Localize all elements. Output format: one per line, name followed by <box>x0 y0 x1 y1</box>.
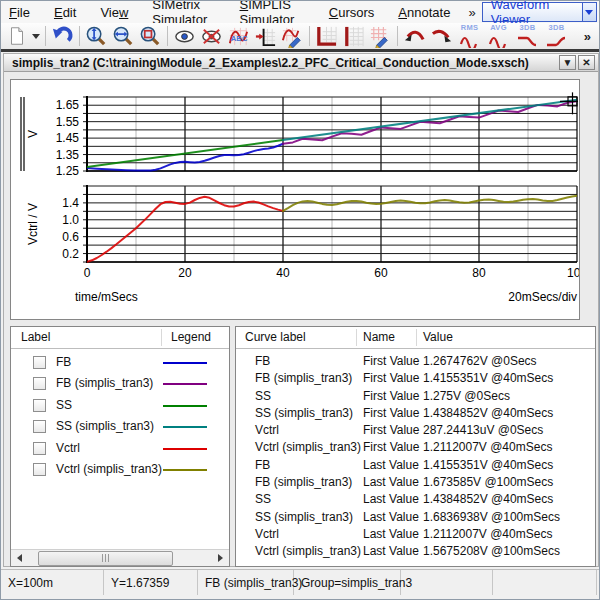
viewer-select[interactable]: Waveform Viewer <box>482 2 597 22</box>
curve-checkbox[interactable] <box>33 356 46 369</box>
svg-text:40: 40 <box>276 266 290 280</box>
curve-value-row[interactable]: Vctrl (simplis_tran3)Last Value1.5675208… <box>236 543 595 560</box>
scrollbar-thumb[interactable] <box>38 551 173 566</box>
scroll-right-arrow-icon[interactable] <box>212 550 229 567</box>
curve-label: SS (simplis_tran3) <box>255 510 353 524</box>
curve-forward-button[interactable] <box>428 23 455 49</box>
waveform-viewer-window: simplis_tran2 (C:\training\Module_2_Exam… <box>3 53 599 567</box>
chevron-down-icon[interactable] <box>582 3 596 21</box>
toolbar-separator <box>309 26 310 46</box>
status-y: Y=1.67359 <box>104 570 198 595</box>
db-lowpass-button[interactable]: 3DB <box>513 23 542 49</box>
application-window: FileEditViewSIMetrix SimulatorSIMPLIS Si… <box>0 0 600 600</box>
measure-value: 1.4155351V @40mSecs <box>423 458 553 472</box>
toolbar-overflow-chevron[interactable]: » <box>578 29 599 44</box>
sine-icon <box>486 34 512 48</box>
scrollbar-track[interactable] <box>28 550 212 567</box>
legend-row[interactable]: FB (simplis_tran3) <box>11 373 229 394</box>
status-empty <box>493 570 597 595</box>
db-highpass-button[interactable]: 3DB <box>542 23 571 49</box>
scroll-left-arrow-icon[interactable] <box>11 550 28 567</box>
svg-text:1.45: 1.45 <box>56 131 80 145</box>
menu-annotate[interactable]: Annotate <box>386 5 462 20</box>
label-curve-button[interactable]: ABC <box>225 23 252 49</box>
curve-value-row[interactable]: SS (simplis_tran3)Last Value1.6836938V @… <box>236 509 595 526</box>
zoom-x-button[interactable] <box>110 23 137 49</box>
legend-row[interactable]: SS (simplis_tran3) <box>11 416 229 437</box>
curve-checkbox[interactable] <box>33 442 46 455</box>
menu-edit[interactable]: Edit <box>42 5 88 20</box>
measure-name: First Value <box>363 371 419 385</box>
menu-cursors[interactable]: Cursors <box>317 5 387 20</box>
menu-file[interactable]: File <box>1 5 42 20</box>
edit-grid-button[interactable] <box>367 23 394 49</box>
new-graph-button[interactable] <box>3 23 30 49</box>
chevron-down-icon <box>32 34 40 39</box>
column-header-curve-label: Curve label <box>245 330 306 344</box>
curve-value-row[interactable]: VctrlFirst Value287.24413uV @0Secs <box>236 422 595 439</box>
curve-values-panel: Curve label Name Value FBFirst Value1.26… <box>235 326 596 567</box>
db-high-label: 3DB <box>542 23 571 32</box>
curve-back-button[interactable] <box>401 23 428 49</box>
legend-row[interactable]: Vctrl <box>11 438 229 459</box>
curve-value-row[interactable]: FBFirst Value1.2674762V @0Secs <box>236 353 595 370</box>
curve-value-row[interactable]: VctrlLast Value1.2112007V @40mSecs <box>236 526 595 543</box>
hide-curve-button[interactable] <box>198 23 225 49</box>
curve-value-row[interactable]: FB (simplis_tran3)Last Value1.673585V @1… <box>236 474 595 491</box>
legend-row[interactable]: FB <box>11 352 229 373</box>
zoom-y-button[interactable] <box>83 23 110 49</box>
new-grid-button[interactable] <box>340 23 367 49</box>
show-curve-button[interactable] <box>171 23 198 49</box>
column-header-value: Value <box>423 330 453 344</box>
toolbar-separator <box>79 26 80 46</box>
rms-label: RMS <box>455 23 484 32</box>
measure-name: Last Value <box>363 527 419 541</box>
horizontal-scrollbar[interactable] <box>11 549 229 566</box>
undo-button[interactable] <box>49 23 76 49</box>
new-axis-button[interactable] <box>313 23 340 49</box>
curve-label: FB (simplis_tran3) <box>255 475 352 489</box>
curve-value-row[interactable]: SS (simplis_tran3)First Value1.4384852V … <box>236 405 595 422</box>
curve-label: SS <box>255 389 271 403</box>
svg-text:0.6: 0.6 <box>62 230 79 244</box>
avg-button[interactable]: AVG <box>484 23 513 49</box>
measure-name: Last Value <box>363 475 419 489</box>
curve-label: SS (simplis_tran3) <box>56 419 154 433</box>
graph-title-bar: simplis_tran2 (C:\training\Module_2_Exam… <box>4 54 598 72</box>
curve-label: SS <box>56 398 72 412</box>
rms-button[interactable]: RMS <box>455 23 484 49</box>
measure-value: 1.275V @0Secs <box>423 389 510 403</box>
curve-value-row[interactable]: SSLast Value1.4384852V @40mSecs <box>236 491 595 508</box>
edit-curve-button[interactable] <box>279 23 306 49</box>
measure-value: 1.4384852V @40mSecs <box>423 492 553 506</box>
curve-value-row[interactable]: FBLast Value1.4155351V @40mSecs <box>236 457 595 474</box>
plot-canvas[interactable]: 1.251.351.451.551.65V0.20.61.01.4Vctrl /… <box>11 80 579 319</box>
curve-label: FB (simplis_tran3) <box>255 371 352 385</box>
curve-value-row[interactable]: FB (simplis_tran3)First Value1.4155351V … <box>236 370 595 387</box>
curve-value-row[interactable]: Vctrl (simplis_tran3)First Value1.211200… <box>236 439 595 456</box>
waveform-graph[interactable]: 1.251.351.451.551.65V0.20.61.01.4Vctrl /… <box>10 79 580 320</box>
highpass-icon <box>544 34 570 48</box>
measure-name: Last Value <box>363 458 419 472</box>
legend-row[interactable]: SS <box>11 395 229 416</box>
legend-line <box>163 426 207 428</box>
add-axis-button[interactable] <box>252 23 279 49</box>
curve-checkbox[interactable] <box>33 377 46 390</box>
curve-checkbox[interactable] <box>33 399 46 412</box>
zoom-area-button[interactable] <box>137 23 164 49</box>
curve-value-row[interactable]: SSFirst Value1.275V @0Secs <box>236 388 595 405</box>
close-icon[interactable]: ✕ <box>578 55 595 70</box>
curve-checkbox[interactable] <box>33 463 46 476</box>
legend-row[interactable]: Vctrl (simplis_tran3) <box>11 459 229 480</box>
menu-bar: FileEditViewSIMetrix SimulatorSIMPLIS Si… <box>1 1 599 23</box>
menu-view[interactable]: View <box>88 5 140 20</box>
status-curve: FB (simplis_tran3) <box>198 570 294 595</box>
menu-overflow-chevron[interactable]: » <box>462 5 481 20</box>
graph-title: simplis_tran2 (C:\training\Module_2_Exam… <box>4 56 529 70</box>
new-graph-dropdown[interactable] <box>30 23 42 49</box>
svg-text:1.35: 1.35 <box>56 148 80 162</box>
curve-label: SS <box>255 492 271 506</box>
measure-value: 1.2674762V @0Secs <box>423 354 537 368</box>
curve-checkbox[interactable] <box>33 420 46 433</box>
collapse-button[interactable]: ▼ <box>559 55 576 70</box>
